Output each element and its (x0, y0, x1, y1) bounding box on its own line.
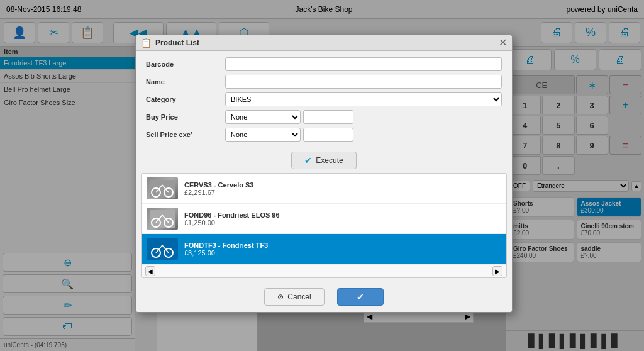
barcode-label: Barcode (146, 60, 221, 68)
barcode-input[interactable] (225, 57, 502, 71)
name-input[interactable] (225, 75, 502, 89)
modal-ok-button[interactable]: ✔ (337, 288, 384, 306)
modal-overlay: 📋 Product List ✕ Barcode Name Category B… (0, 0, 644, 351)
product-thumb-fond96 (147, 208, 178, 230)
execute-icon: ✔ (304, 155, 312, 165)
sell-price-input[interactable] (303, 128, 353, 142)
buy-price-input[interactable] (303, 110, 353, 124)
sell-price-select[interactable]: None Fixed Range (225, 128, 301, 142)
category-label: Category (146, 96, 221, 103)
product-list-item-cervs3[interactable]: CERVS3 - Cervelo S3 £2,291.67 (142, 174, 506, 204)
product-thumb-cervs3 (147, 177, 178, 199)
execute-button[interactable]: ✔ Execute (291, 152, 356, 169)
name-label: Name (146, 78, 221, 86)
category-select[interactable]: BIKES FRAMES WHEELS CLOTHING (225, 92, 502, 106)
modal-close-button[interactable]: ✕ (499, 38, 507, 48)
modal-cancel-button[interactable]: ⊘ Cancel (264, 288, 324, 306)
buy-price-label: Buy Price (146, 113, 221, 121)
product-list-item-fondtf3[interactable]: FONDTF3 - Fondriest TF3 £3,125.00 (142, 234, 506, 264)
sell-price-label: Sell Price exc' (146, 131, 221, 138)
product-list-item-fond96[interactable]: FOND96 - Fondriest ELOS 96 £1,250.00 (142, 204, 506, 234)
buy-price-select[interactable]: None Fixed Range (225, 110, 301, 124)
product-list-scroll-left[interactable]: ◀ (145, 266, 155, 276)
modal-title-text: Product List (155, 38, 199, 47)
product-list-modal: 📋 Product List ✕ Barcode Name Category B… (135, 35, 513, 313)
cancel-icon: ⊘ (277, 292, 284, 301)
product-thumb-fondtf3 (147, 238, 178, 260)
product-list-scroll-right[interactable]: ▶ (492, 266, 502, 276)
modal-title-icon: 📋 (141, 38, 152, 48)
ok-icon: ✔ (357, 292, 364, 302)
